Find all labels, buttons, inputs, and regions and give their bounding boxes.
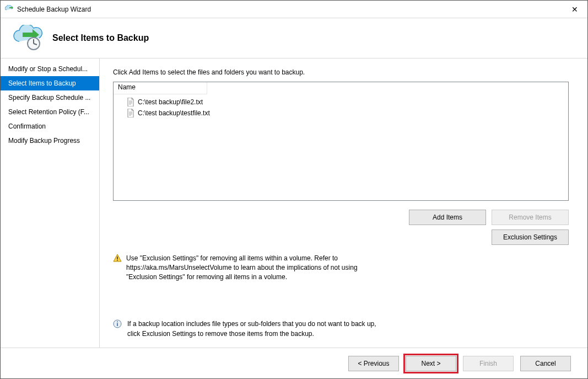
page-title: Select Items to Backup bbox=[52, 33, 149, 43]
exclusion-info-note: If a backup location includes file types… bbox=[113, 319, 377, 339]
wizard-body: Modify or Stop a Schedul... Select Items… bbox=[1, 58, 587, 348]
item-buttons-row: Add Items Remove Items bbox=[113, 210, 569, 225]
instruction-text: Click Add Items to select the files and … bbox=[113, 68, 569, 76]
wizard-steps-sidebar: Modify or Stop a Schedul... Select Items… bbox=[1, 58, 100, 348]
file-icon bbox=[127, 98, 134, 106]
info-text: If a backup location includes file types… bbox=[127, 319, 377, 339]
list-header-name[interactable]: Name bbox=[114, 82, 207, 94]
main-panel: Click Add Items to select the files and … bbox=[100, 58, 587, 348]
window-title: Schedule Backup Wizard bbox=[17, 6, 562, 13]
list-item[interactable]: C:\test backup\testfile.txt bbox=[114, 108, 568, 119]
step-select-items[interactable]: Select Items to Backup bbox=[1, 76, 99, 90]
list-item-path: C:\test backup\file2.txt bbox=[138, 98, 203, 106]
backup-items-list[interactable]: Name C:\test backup\file2.txt C:\test ba… bbox=[113, 82, 569, 201]
svg-rect-15 bbox=[117, 322, 118, 323]
add-items-button[interactable]: Add Items bbox=[409, 210, 486, 225]
previous-button[interactable]: < Previous bbox=[348, 356, 399, 371]
remove-items-button: Remove Items bbox=[492, 210, 569, 225]
info-icon bbox=[113, 319, 122, 328]
warning-icon bbox=[113, 254, 122, 263]
wizard-logo-icon bbox=[12, 25, 45, 51]
step-modify-or-stop[interactable]: Modify or Stop a Schedul... bbox=[1, 62, 99, 76]
schedule-backup-wizard-window: Schedule Backup Wizard ✕ Select Items to… bbox=[0, 0, 588, 379]
wizard-header: Select Items to Backup bbox=[1, 18, 587, 58]
warning-text: Use "Exclusion Settings" for removing al… bbox=[126, 254, 383, 281]
finish-button: Finish bbox=[463, 356, 514, 371]
svg-rect-11 bbox=[117, 257, 118, 259]
wizard-footer: < Previous Next > Finish Cancel bbox=[1, 348, 587, 378]
step-specify-schedule[interactable]: Specify Backup Schedule ... bbox=[1, 90, 99, 105]
step-confirmation[interactable]: Confirmation bbox=[1, 119, 99, 134]
app-icon bbox=[5, 5, 14, 14]
svg-rect-12 bbox=[117, 260, 118, 261]
cancel-button[interactable]: Cancel bbox=[520, 356, 571, 371]
close-icon: ✕ bbox=[571, 6, 578, 13]
step-retention-policy[interactable]: Select Retention Policy (F... bbox=[1, 105, 99, 119]
next-button[interactable]: Next > bbox=[406, 356, 456, 371]
file-icon bbox=[127, 109, 134, 118]
list-item-path: C:\test backup\testfile.txt bbox=[138, 109, 210, 117]
list-item[interactable]: C:\test backup\file2.txt bbox=[114, 97, 568, 108]
close-button[interactable]: ✕ bbox=[562, 1, 587, 18]
exclusion-settings-button[interactable]: Exclusion Settings bbox=[492, 229, 569, 245]
svg-rect-14 bbox=[117, 323, 118, 327]
exclusion-buttons-row: Exclusion Settings bbox=[113, 229, 569, 245]
list-body: C:\test backup\file2.txt C:\test backup\… bbox=[114, 94, 568, 121]
titlebar: Schedule Backup Wizard ✕ bbox=[1, 1, 587, 18]
exclusion-warning-note: Use "Exclusion Settings" for removing al… bbox=[113, 254, 383, 281]
step-modify-progress[interactable]: Modify Backup Progress bbox=[1, 134, 99, 148]
